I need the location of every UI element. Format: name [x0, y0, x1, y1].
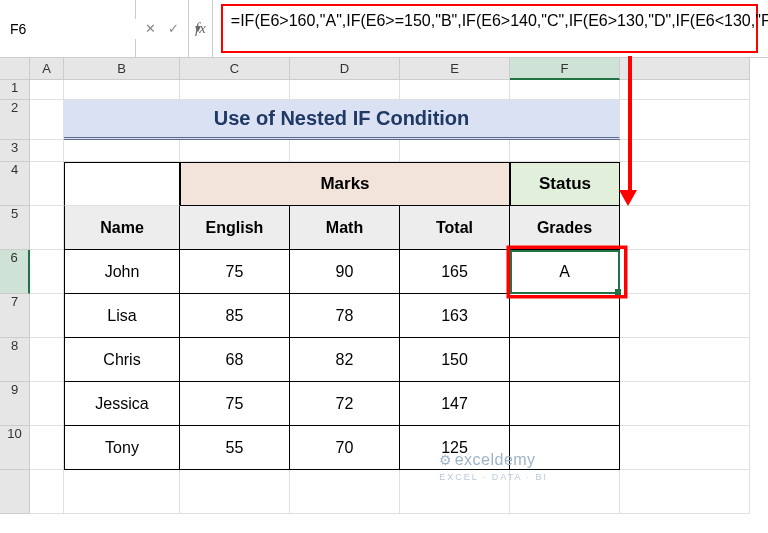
- table-cell-total[interactable]: 150: [400, 338, 510, 382]
- col-header-e[interactable]: E: [400, 58, 510, 80]
- cell[interactable]: [400, 80, 510, 100]
- cell[interactable]: [620, 80, 750, 100]
- cell[interactable]: [64, 470, 180, 514]
- table-cell-grade[interactable]: [510, 382, 620, 426]
- grid-right: A B C D E F Use of Nested IF Conditio: [30, 58, 768, 533]
- cell[interactable]: [620, 206, 750, 250]
- table-cell-name[interactable]: Jessica: [64, 382, 180, 426]
- cell[interactable]: [64, 162, 180, 206]
- table-cell-grade[interactable]: [510, 338, 620, 382]
- cells: Use of Nested IF Condition Marks Status: [30, 80, 768, 514]
- cell[interactable]: [620, 426, 750, 470]
- table-cell-name[interactable]: Lisa: [64, 294, 180, 338]
- cell[interactable]: [620, 100, 750, 140]
- table-cell-english[interactable]: 55: [180, 426, 290, 470]
- table-cell-math[interactable]: 82: [290, 338, 400, 382]
- table-cell-english[interactable]: 68: [180, 338, 290, 382]
- cell[interactable]: [180, 470, 290, 514]
- cell[interactable]: [620, 250, 750, 294]
- row-header-7[interactable]: 7: [0, 294, 30, 338]
- cell[interactable]: [30, 100, 64, 140]
- table-cell-total[interactable]: 125: [400, 426, 510, 470]
- row-header-8[interactable]: 8: [0, 338, 30, 382]
- cell[interactable]: [30, 338, 64, 382]
- table-cell-math[interactable]: 78: [290, 294, 400, 338]
- cell[interactable]: [30, 294, 64, 338]
- row-header-9[interactable]: 9: [0, 382, 30, 426]
- col-header-blank[interactable]: [620, 58, 750, 80]
- cell[interactable]: [290, 80, 400, 100]
- col-header-a[interactable]: A: [30, 58, 64, 80]
- title-cell[interactable]: Use of Nested IF Condition: [64, 100, 620, 140]
- table-cell-grade[interactable]: [510, 426, 620, 470]
- row-header-blank[interactable]: [0, 470, 30, 514]
- cell[interactable]: [30, 426, 64, 470]
- header-english[interactable]: English: [180, 206, 290, 250]
- cell[interactable]: [30, 250, 64, 294]
- cell[interactable]: [30, 206, 64, 250]
- col-header-f[interactable]: F: [510, 58, 620, 80]
- column-headers: A B C D E F: [30, 58, 768, 80]
- row-header-1[interactable]: 1: [0, 80, 30, 100]
- formula-input[interactable]: =IF(E6>160,"A",IF(E6>=150,"B",IF(E6>140,…: [221, 4, 758, 53]
- row-header-6[interactable]: 6: [0, 250, 30, 294]
- cell[interactable]: [180, 80, 290, 100]
- table-cell-grade[interactable]: A: [510, 250, 620, 294]
- header-name[interactable]: Name: [64, 206, 180, 250]
- row-headers: 1 2 3 4 5 6 7 8 9 10: [0, 80, 30, 514]
- cell[interactable]: [620, 338, 750, 382]
- spreadsheet-grid: 1 2 3 4 5 6 7 8 9 10 A B C D E F: [0, 58, 768, 533]
- table-cell-math[interactable]: 90: [290, 250, 400, 294]
- cell[interactable]: [290, 140, 400, 162]
- cell[interactable]: [30, 140, 64, 162]
- cell[interactable]: [620, 162, 750, 206]
- cell[interactable]: [400, 470, 510, 514]
- table-cell-name[interactable]: Chris: [64, 338, 180, 382]
- cancel-icon[interactable]: ✕: [142, 21, 159, 36]
- cell[interactable]: [30, 80, 64, 100]
- header-math[interactable]: Math: [290, 206, 400, 250]
- cell[interactable]: [30, 382, 64, 426]
- col-header-d[interactable]: D: [290, 58, 400, 80]
- table-cell-total[interactable]: 163: [400, 294, 510, 338]
- cell[interactable]: [620, 382, 750, 426]
- header-status[interactable]: Status: [510, 162, 620, 206]
- row-header-5[interactable]: 5: [0, 206, 30, 250]
- table-cell-total[interactable]: 165: [400, 250, 510, 294]
- cell[interactable]: [180, 140, 290, 162]
- cell[interactable]: [510, 80, 620, 100]
- cell[interactable]: [620, 294, 750, 338]
- table-cell-math[interactable]: 72: [290, 382, 400, 426]
- cell[interactable]: [30, 470, 64, 514]
- cell[interactable]: [30, 162, 64, 206]
- table-cell-grade[interactable]: [510, 294, 620, 338]
- table-cell-english[interactable]: 75: [180, 250, 290, 294]
- cell[interactable]: [620, 140, 750, 162]
- table-cell-name[interactable]: Tony: [64, 426, 180, 470]
- col-header-b[interactable]: B: [64, 58, 180, 80]
- header-marks[interactable]: Marks: [180, 162, 510, 206]
- cell[interactable]: [510, 140, 620, 162]
- row-header-10[interactable]: 10: [0, 426, 30, 470]
- select-all-corner[interactable]: [0, 58, 30, 80]
- row-header-3[interactable]: 3: [0, 140, 30, 162]
- header-total[interactable]: Total: [400, 206, 510, 250]
- table-cell-name[interactable]: John: [64, 250, 180, 294]
- header-grades[interactable]: Grades: [510, 206, 620, 250]
- fx-icon[interactable]: fx: [189, 0, 213, 57]
- accept-icon[interactable]: ✓: [165, 21, 182, 36]
- cell[interactable]: [510, 470, 620, 514]
- table-cell-english[interactable]: 85: [180, 294, 290, 338]
- table-cell-english[interactable]: 75: [180, 382, 290, 426]
- table-cell-math[interactable]: 70: [290, 426, 400, 470]
- cell[interactable]: [64, 140, 180, 162]
- name-box-wrap: ▼: [0, 0, 136, 57]
- cell[interactable]: [620, 470, 750, 514]
- table-cell-total[interactable]: 147: [400, 382, 510, 426]
- col-header-c[interactable]: C: [180, 58, 290, 80]
- cell[interactable]: [290, 470, 400, 514]
- row-header-2[interactable]: 2: [0, 100, 30, 140]
- row-header-4[interactable]: 4: [0, 162, 30, 206]
- cell[interactable]: [400, 140, 510, 162]
- cell[interactable]: [64, 80, 180, 100]
